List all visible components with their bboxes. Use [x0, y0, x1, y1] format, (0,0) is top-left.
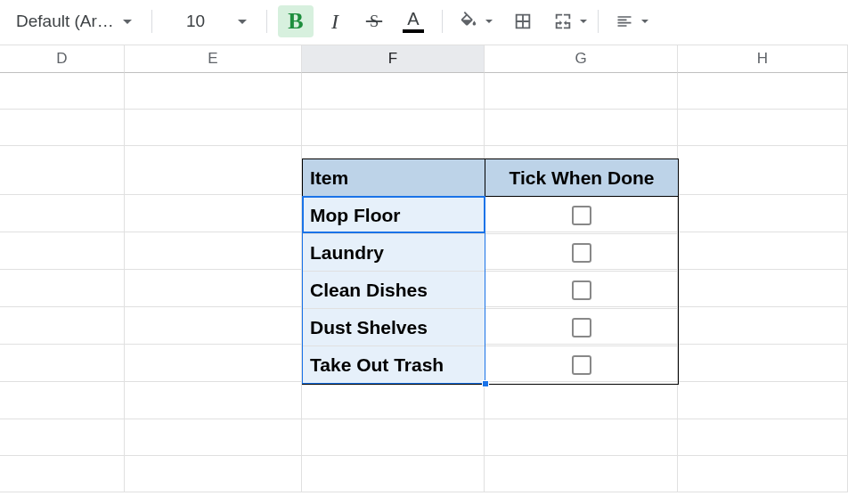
cell[interactable]	[485, 73, 678, 110]
cell[interactable]	[0, 270, 125, 307]
strikethrough-button[interactable]: S	[356, 5, 392, 37]
align-left-icon	[615, 12, 634, 30]
cell[interactable]	[0, 146, 125, 195]
borders-icon	[513, 12, 533, 31]
cell[interactable]	[0, 456, 125, 492]
column-header-g[interactable]: G	[485, 45, 678, 73]
cell[interactable]	[302, 419, 485, 456]
font-selector[interactable]: Default (Ari...	[7, 5, 141, 37]
cell[interactable]	[0, 232, 125, 270]
cell[interactable]	[678, 110, 848, 146]
cell[interactable]	[125, 110, 302, 146]
table-row: Mop Floor	[303, 197, 678, 234]
cell[interactable]	[302, 456, 485, 492]
todo-table: Item Tick When Done Mop Floor Laundry Cl…	[302, 159, 679, 385]
table-row: Clean Dishes	[303, 272, 678, 309]
grid-row	[0, 73, 848, 110]
checkbox[interactable]	[572, 355, 591, 375]
cell[interactable]	[678, 232, 848, 270]
text-color-bar-icon	[403, 29, 424, 33]
font-size-selector[interactable]: 10	[177, 5, 256, 37]
cell[interactable]	[0, 307, 125, 345]
grid-row	[0, 456, 848, 492]
merge-icon	[553, 12, 573, 31]
column-header-e[interactable]: E	[125, 45, 302, 73]
cell[interactable]	[125, 419, 302, 456]
grid-row	[0, 110, 848, 146]
table-header-done[interactable]: Tick When Done	[485, 159, 678, 197]
item-cell[interactable]: Mop Floor	[303, 197, 485, 234]
text-color-button[interactable]: A	[395, 5, 431, 37]
column-header-h[interactable]: H	[678, 45, 848, 73]
cell[interactable]	[678, 382, 848, 419]
cell[interactable]	[0, 110, 125, 146]
cell[interactable]	[485, 419, 678, 456]
cell[interactable]	[485, 382, 678, 419]
cell[interactable]	[485, 456, 678, 492]
checkbox-cell[interactable]	[485, 197, 678, 234]
dropdown-icon[interactable]	[485, 20, 493, 23]
item-cell[interactable]: Laundry	[303, 234, 485, 272]
cell[interactable]	[0, 419, 125, 456]
cell[interactable]	[0, 195, 125, 232]
column-header-d[interactable]: D	[0, 45, 125, 73]
strikethrough-icon: S	[364, 12, 384, 31]
table-row: Take Out Trash	[303, 346, 678, 384]
toolbar-separator	[598, 10, 599, 33]
borders-button[interactable]	[505, 5, 541, 37]
checkbox-cell[interactable]	[485, 272, 678, 309]
cell[interactable]	[678, 307, 848, 345]
toolbar-separator	[442, 10, 443, 33]
cell[interactable]	[125, 456, 302, 492]
item-cell[interactable]: Clean Dishes	[303, 272, 485, 309]
column-headers: D E F G H	[0, 45, 848, 73]
cell[interactable]	[678, 73, 848, 110]
toolbar-separator	[151, 10, 152, 33]
item-cell[interactable]: Take Out Trash	[303, 346, 485, 384]
cell[interactable]	[125, 270, 302, 307]
horizontal-align-button[interactable]	[609, 5, 640, 37]
cell[interactable]	[125, 232, 302, 270]
cell[interactable]	[678, 345, 848, 382]
cell[interactable]	[0, 382, 125, 419]
cell[interactable]	[678, 195, 848, 232]
cell[interactable]	[678, 419, 848, 456]
italic-button[interactable]: I	[317, 5, 353, 37]
dropdown-icon[interactable]	[641, 20, 648, 23]
checkbox[interactable]	[572, 280, 591, 300]
cell[interactable]	[302, 110, 485, 146]
fill-color-button[interactable]	[453, 5, 484, 37]
checkbox-cell[interactable]	[485, 309, 678, 346]
checkbox-cell[interactable]	[485, 346, 678, 384]
column-header-f[interactable]: F	[302, 45, 485, 73]
cell[interactable]	[125, 382, 302, 419]
cell[interactable]	[0, 73, 125, 110]
bold-button[interactable]: B	[278, 5, 314, 37]
cell[interactable]	[125, 345, 302, 382]
table-row: Dust Shelves	[303, 309, 678, 346]
cell[interactable]	[485, 110, 678, 146]
cell[interactable]	[125, 73, 302, 110]
table-header-item[interactable]: Item	[303, 159, 485, 197]
checkbox[interactable]	[572, 243, 591, 263]
checkbox[interactable]	[572, 206, 591, 225]
cell[interactable]	[678, 146, 848, 195]
cell[interactable]	[125, 307, 302, 345]
checkbox[interactable]	[572, 318, 591, 337]
toolbar-separator	[266, 10, 267, 33]
item-cell[interactable]: Dust Shelves	[303, 309, 485, 346]
cell[interactable]	[302, 382, 485, 419]
cell[interactable]	[678, 456, 848, 492]
cell[interactable]	[302, 73, 485, 110]
cell[interactable]	[125, 146, 302, 195]
text-color-letter: A	[407, 10, 419, 28]
cell[interactable]	[678, 270, 848, 307]
checkbox-cell[interactable]	[485, 234, 678, 272]
cell[interactable]	[0, 345, 125, 382]
font-size-label: 10	[186, 12, 205, 31]
fill-handle[interactable]	[482, 380, 489, 387]
dropdown-icon[interactable]	[580, 20, 587, 23]
toolbar: Default (Ari... 10 B I S A	[0, 0, 848, 43]
cell[interactable]	[125, 195, 302, 232]
merge-cells-button[interactable]	[548, 5, 578, 37]
